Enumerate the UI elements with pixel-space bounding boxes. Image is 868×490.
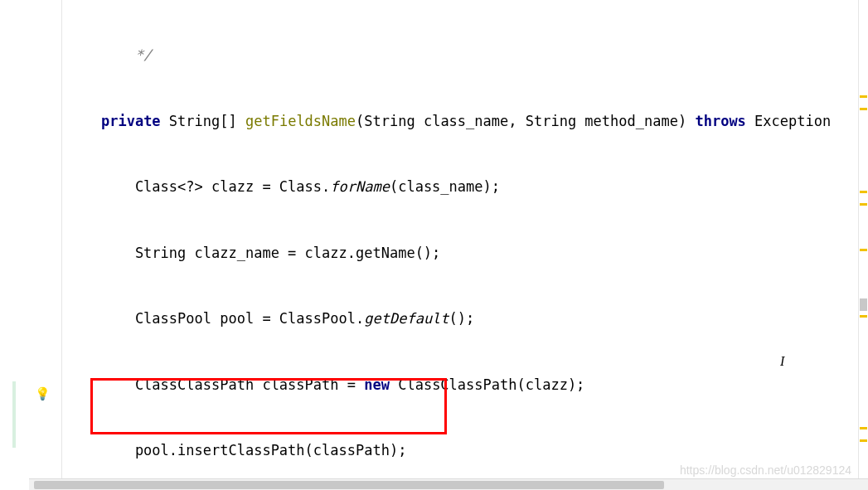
warning-marker[interactable]	[860, 95, 867, 98]
code-text: ClassClassPath classPath = new ClassClas…	[67, 374, 584, 396]
warning-marker[interactable]	[860, 203, 867, 206]
warning-marker[interactable]	[860, 315, 867, 318]
code-text: String clazz_name = clazz.getName();	[67, 242, 440, 264]
code-text: private String[] getFieldsName(String cl…	[67, 110, 839, 133]
warning-marker[interactable]	[860, 427, 867, 429]
code-text: */	[67, 44, 152, 66]
warning-marker[interactable]	[860, 439, 867, 442]
gutter: 💡	[0, 0, 62, 490]
code-text: ClassPool pool = ClassPool.getDefault();	[67, 308, 474, 330]
caret-marker[interactable]	[860, 298, 867, 311]
horizontal-scrollbar-thumb[interactable]	[34, 481, 664, 489]
error-stripe[interactable]	[858, 0, 868, 490]
warning-marker[interactable]	[860, 108, 867, 110]
warning-marker[interactable]	[860, 249, 867, 251]
intention-bulb-icon[interactable]: 💡	[35, 386, 48, 400]
horizontal-scrollbar[interactable]	[29, 478, 868, 490]
warning-marker[interactable]	[860, 191, 867, 193]
code-text: pool.insertClassPath(classPath);	[67, 439, 406, 462]
vcs-change-marker[interactable]	[12, 381, 16, 448]
editor-root: 💡 */ private String[] getFieldsName(Stri…	[0, 0, 868, 490]
code-text: Class<?> clazz = Class.forName(class_nam…	[67, 176, 500, 198]
code-editor[interactable]: */ private String[] getFieldsName(String…	[62, 0, 858, 490]
text-cursor-icon: I	[780, 354, 784, 369]
